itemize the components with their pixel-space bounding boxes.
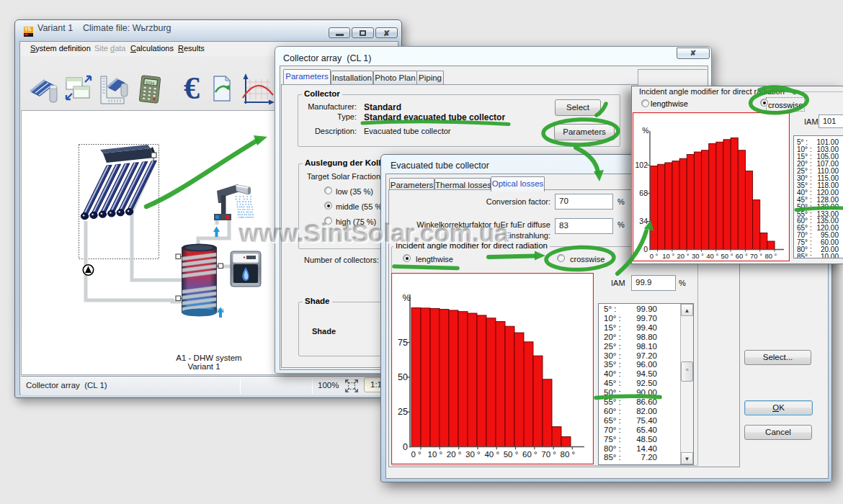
svg-text:80 °: 80 °: [561, 450, 576, 459]
svg-text:%: %: [402, 293, 410, 303]
svg-text:A1 - DHW system: A1 - DHW system: [176, 354, 241, 362]
svg-text:70 °: 70 °: [541, 450, 556, 459]
svg-text:34: 34: [639, 217, 648, 225]
svg-text:Variant 1: Variant 1: [187, 362, 220, 371]
svg-text:30 °: 30 °: [465, 450, 481, 459]
svg-text:50: 50: [398, 372, 408, 382]
svg-text:68: 68: [639, 189, 648, 197]
svg-text:25: 25: [398, 407, 408, 417]
svg-text:40 °: 40 °: [706, 252, 718, 260]
svg-text:30 °: 30 °: [692, 252, 704, 260]
svg-text:5234: 5234: [146, 80, 155, 85]
svg-text:50 °: 50 °: [504, 450, 519, 459]
svg-text:0 °: 0 °: [650, 252, 659, 260]
svg-text:20 °: 20 °: [447, 450, 462, 459]
svg-text:75: 75: [398, 338, 408, 348]
svg-text:60 °: 60 °: [736, 252, 748, 260]
svg-text:70 °: 70 °: [750, 252, 762, 260]
svg-text:0: 0: [643, 245, 648, 253]
svg-text:80 °: 80 °: [764, 252, 777, 260]
svg-text:%: %: [642, 126, 648, 135]
svg-text:60 °: 60 °: [522, 450, 538, 459]
svg-text:0 °: 0 °: [411, 450, 421, 459]
svg-text:102: 102: [635, 161, 648, 169]
svg-text:20 °: 20 °: [677, 252, 690, 260]
svg-text:50 °: 50 °: [721, 252, 733, 260]
svg-text:€: €: [184, 71, 200, 106]
svg-text:0: 0: [403, 442, 408, 452]
svg-text:40 °: 40 °: [484, 450, 499, 459]
svg-text:10 °: 10 °: [662, 252, 674, 260]
svg-text:10 °: 10 °: [428, 450, 443, 459]
